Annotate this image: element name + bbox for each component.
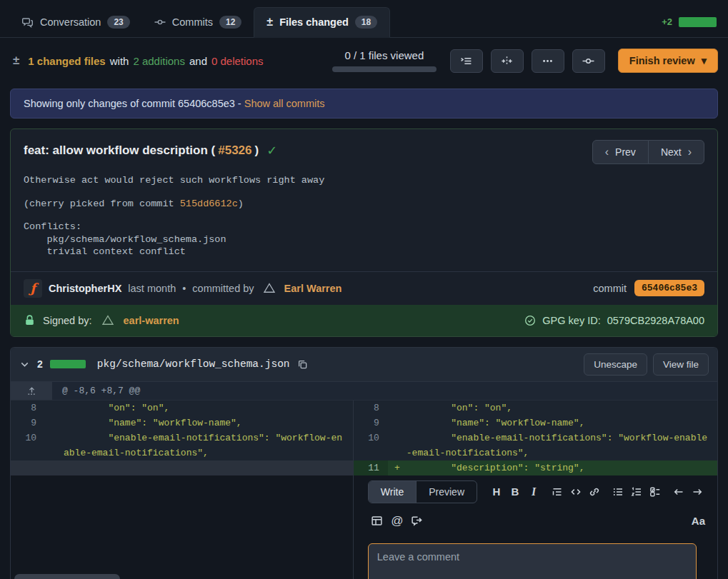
- git-commit-icon: [582, 55, 594, 67]
- changed-files-count[interactable]: 1 changed files: [28, 55, 105, 67]
- gpg-info: GPG key ID: 0579CB2928A78A00: [524, 315, 704, 326]
- diff-line-old-9[interactable]: 9 "name": "workflow-name",: [11, 416, 353, 431]
- next-label: Next: [661, 146, 682, 158]
- summary-with: with: [110, 55, 129, 67]
- heading-icon[interactable]: H: [487, 483, 506, 500]
- diff-file-header: 2 pkg/schema/workflow_schema.json Unesca…: [11, 348, 717, 381]
- arrow-right-icon[interactable]: [688, 483, 707, 500]
- separator-dot: •: [182, 283, 186, 294]
- mention-icon[interactable]: @: [388, 513, 407, 530]
- quote-icon[interactable]: [548, 483, 567, 500]
- avatar-earl-warren[interactable]: [261, 280, 278, 297]
- cherry-pick-hash-link[interactable]: 515dd6612c: [180, 198, 238, 209]
- caret-down-icon: ▾: [702, 55, 707, 66]
- tab-preview[interactable]: Preview: [417, 481, 477, 503]
- diff-options-button[interactable]: [532, 49, 564, 73]
- prev-label: Prev: [615, 146, 636, 158]
- inline-comment-editor: Write Preview H B I: [354, 475, 717, 579]
- diff-line-old-10[interactable]: 10 "enable-email-notifications": "workfl…: [11, 431, 353, 460]
- line-code: "description": "string",: [407, 460, 717, 475]
- arrow-left-icon[interactable]: [669, 483, 688, 500]
- diff-line-new-11-added[interactable]: 11+ "description": "string",: [354, 460, 717, 475]
- editor-toolbar: H B I: [487, 483, 707, 500]
- cherry-pick-line: (cherry picked from commit 515dd6612c): [24, 198, 704, 211]
- show-all-commits-link[interactable]: Show all commits: [244, 98, 325, 109]
- task-list-icon[interactable]: [646, 483, 664, 500]
- files-viewed-progress: 0 / 1 files viewed: [332, 49, 437, 72]
- diff-line-old-8[interactable]: 8 "on": "on",: [11, 401, 353, 416]
- italic-icon[interactable]: I: [524, 483, 543, 500]
- hunk-header-row: @ -8,6 +8,7 @@: [11, 381, 717, 401]
- commits-count-badge: 12: [219, 16, 241, 29]
- next-commit-button[interactable]: Next ›: [648, 140, 704, 164]
- line-number[interactable]: 10: [354, 431, 388, 460]
- triangle-avatar-icon: [101, 313, 115, 328]
- font-toggle-button[interactable]: Aa: [692, 515, 707, 527]
- issue-link[interactable]: #5326: [218, 144, 251, 158]
- conversation-icon: [22, 16, 34, 28]
- triangle-avatar-icon: [262, 281, 276, 296]
- gpg-key-label: GPG key ID:: [542, 315, 600, 326]
- commit-icon: [154, 16, 166, 28]
- line-number[interactable]: 9: [11, 416, 45, 431]
- line-number[interactable]: 8: [11, 401, 45, 416]
- files-viewed-bar: [332, 66, 437, 72]
- file-tree-toggle-button[interactable]: [450, 49, 483, 73]
- diff-line-new-8[interactable]: 8 "on": "on",: [354, 401, 717, 416]
- split-view-icon: [501, 55, 513, 67]
- diff-stats-bar: [679, 17, 717, 27]
- line-number[interactable]: 9: [354, 416, 388, 431]
- split-diff-button[interactable]: [491, 49, 524, 73]
- code-icon[interactable]: [567, 483, 585, 500]
- tab-files-changed[interactable]: ± Files changed 18: [254, 7, 390, 38]
- diff-old-side: 8 "on": "on", 9 "name": "workflow-name",…: [11, 401, 354, 579]
- table-icon[interactable]: [368, 513, 387, 530]
- comment-input[interactable]: [368, 543, 697, 579]
- chevron-left-icon: ‹: [605, 146, 609, 158]
- diff-line-new-10[interactable]: 10 "enable-email-notifications": "workfl…: [354, 431, 717, 460]
- committed-by-label: committed by: [192, 283, 254, 294]
- pr-diff-stats: +2: [662, 16, 717, 37]
- expand-hunk-button[interactable]: [11, 382, 52, 400]
- view-file-button[interactable]: View file: [653, 353, 709, 376]
- tab-commits[interactable]: Commits 12: [142, 8, 254, 37]
- files-changed-count-badge: 18: [355, 16, 377, 29]
- file-name[interactable]: pkg/schema/workflow_schema.json: [97, 358, 290, 370]
- line-number[interactable]: 8: [354, 401, 388, 416]
- prev-commit-button[interactable]: ‹ Prev: [592, 140, 649, 164]
- diff-icon: ±: [13, 54, 19, 68]
- commit-panel: feat: allow workflow description (#5326)…: [10, 129, 718, 337]
- commit-status-check-icon[interactable]: ✓: [266, 143, 277, 158]
- unordered-list-icon[interactable]: [609, 483, 627, 500]
- copy-file-path-icon[interactable]: [297, 359, 308, 370]
- author-name[interactable]: ChristopherHX: [49, 283, 121, 294]
- ordered-list-icon[interactable]: [627, 483, 646, 500]
- line-sign: [388, 401, 407, 416]
- finish-review-button[interactable]: Finish review ▾: [618, 49, 718, 73]
- verified-badge-icon: [524, 315, 536, 326]
- avatar-earl-warren-signed[interactable]: [99, 312, 116, 329]
- italic-glyph: I: [532, 485, 536, 498]
- commit-select-button[interactable]: [572, 49, 605, 73]
- summary-and: and: [189, 55, 207, 67]
- diff-line-new-9[interactable]: 9 "name": "workflow-name",: [354, 416, 717, 431]
- tab-conversation[interactable]: Conversation 23: [10, 8, 142, 37]
- line-number[interactable]: 11: [354, 460, 388, 475]
- committer-name[interactable]: Earl Warren: [284, 283, 342, 294]
- line-code: "name": "workflow-name",: [407, 416, 717, 431]
- reference-icon[interactable]: [408, 513, 427, 530]
- diff-summary-row: ± 1 changed files with 2 additions and 0…: [0, 38, 728, 82]
- bold-icon[interactable]: B: [506, 483, 524, 500]
- avatar-christopherhx[interactable]: ƒ: [24, 279, 42, 298]
- tab-commits-label: Commits: [172, 16, 213, 28]
- commit-hash-badge[interactable]: 65406c85e3: [634, 280, 704, 296]
- tab-write[interactable]: Write: [369, 481, 417, 503]
- link-icon[interactable]: [585, 483, 604, 500]
- signer-name[interactable]: earl-warren: [124, 315, 179, 326]
- line-number[interactable]: 10: [11, 431, 45, 460]
- file-diff-stats-bar: [50, 360, 86, 368]
- unescape-button[interactable]: Unescape: [584, 353, 647, 376]
- commit-label: commit: [593, 283, 627, 294]
- collapse-file-chevron-down-icon[interactable]: [19, 359, 30, 370]
- commit-title-close: ): [255, 144, 259, 158]
